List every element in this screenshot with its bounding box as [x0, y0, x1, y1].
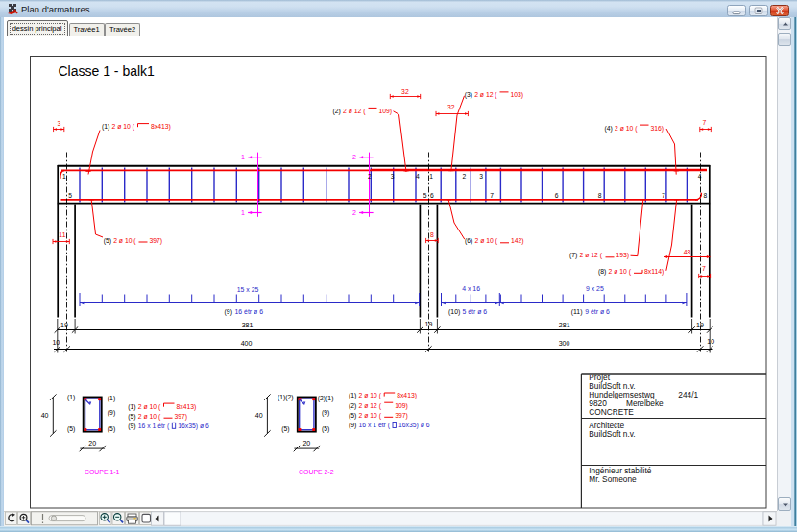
svg-text:(8): (8) — [598, 268, 606, 276]
svg-text:2 ø 10 (: 2 ø 10 ( — [113, 237, 136, 245]
svg-text:1: 1 — [241, 209, 245, 216]
svg-text:8x413): 8x413) — [177, 403, 197, 411]
svg-text:Mr. Someone: Mr. Someone — [589, 474, 637, 484]
svg-text:COUPE 2-2: COUPE 2-2 — [299, 469, 334, 475]
svg-text:16 x 1 étr (: 16 x 1 étr ( — [359, 422, 391, 429]
svg-text:381: 381 — [242, 322, 254, 328]
svg-text:7: 7 — [490, 192, 494, 199]
svg-text:Classe 1 - balk1: Classe 1 - balk1 — [59, 63, 156, 79]
svg-text:1: 1 — [62, 173, 66, 180]
svg-text:(4): (4) — [605, 125, 613, 133]
svg-text:8x413): 8x413) — [151, 123, 171, 131]
svg-text:11: 11 — [59, 231, 65, 238]
svg-text:281: 281 — [559, 322, 570, 328]
svg-text:32: 32 — [447, 104, 455, 110]
svg-text:4: 4 — [698, 173, 702, 180]
svg-text:2 ø 10 (: 2 ø 10 ( — [112, 123, 135, 131]
svg-text:7: 7 — [702, 265, 706, 272]
svg-text:(2)(1): (2)(1) — [318, 395, 334, 402]
svg-text:8: 8 — [430, 231, 434, 238]
svg-text:109): 109) — [395, 402, 408, 410]
svg-text:15 x 25: 15 x 25 — [237, 286, 259, 293]
svg-text:COUPE 1-1: COUPE 1-1 — [85, 469, 120, 475]
svg-text:16x35) ø 6: 16x35) ø 6 — [178, 423, 209, 430]
svg-text:397): 397) — [150, 237, 163, 245]
svg-text:20: 20 — [88, 440, 96, 447]
svg-text:40: 40 — [255, 412, 263, 419]
svg-text:2 ø 10 (: 2 ø 10 ( — [615, 125, 638, 133]
svg-text:2: 2 — [352, 154, 356, 160]
svg-text:(2): (2) — [349, 402, 356, 410]
svg-text:(10): (10) — [448, 308, 460, 316]
svg-text:5: 5 — [68, 192, 72, 199]
svg-text:(7): (7) — [569, 252, 577, 259]
svg-text:5 étr ø 6: 5 étr ø 6 — [463, 308, 488, 315]
svg-text:5: 5 — [423, 192, 427, 199]
svg-text:(9): (9) — [322, 409, 329, 417]
svg-text:(1): (1) — [349, 392, 356, 399]
svg-text:109): 109) — [379, 108, 393, 115]
svg-text:(9): (9) — [108, 409, 115, 417]
svg-text:142): 142) — [511, 237, 524, 245]
svg-text:(5): (5) — [67, 425, 75, 433]
svg-text:7: 7 — [662, 192, 665, 199]
svg-text:193): 193) — [616, 252, 630, 259]
svg-text:(5): (5) — [322, 425, 329, 433]
svg-text:3: 3 — [57, 120, 60, 127]
svg-text:2 ø 10 (: 2 ø 10 ( — [475, 237, 498, 245]
svg-text:32: 32 — [401, 88, 409, 95]
svg-text:9 étr ø 6: 9 étr ø 6 — [585, 308, 610, 315]
svg-text:2: 2 — [463, 173, 467, 180]
svg-text:10: 10 — [52, 339, 60, 346]
svg-text:300: 300 — [559, 340, 570, 347]
svg-text:6: 6 — [430, 192, 434, 199]
svg-text:(1): (1) — [102, 123, 109, 131]
svg-text:10: 10 — [707, 338, 714, 345]
svg-text:103): 103) — [511, 91, 524, 99]
svg-text:2: 2 — [368, 173, 372, 180]
svg-text:2: 2 — [352, 209, 356, 216]
svg-text:(5): (5) — [104, 237, 111, 245]
svg-text:400: 400 — [241, 340, 253, 347]
svg-text:2 ø 12 (: 2 ø 12 ( — [343, 108, 366, 115]
svg-text:316): 316) — [651, 125, 664, 133]
svg-text:3: 3 — [479, 173, 483, 180]
svg-text:(1): (1) — [128, 403, 135, 411]
svg-text:(2): (2) — [333, 108, 341, 115]
svg-text:4 x 16: 4 x 16 — [462, 285, 480, 292]
svg-text:8x413): 8x413) — [397, 392, 417, 399]
svg-text:2 ø 12 (: 2 ø 12 ( — [580, 252, 603, 259]
svg-text:397): 397) — [395, 412, 408, 420]
svg-text:(6): (6) — [465, 237, 472, 245]
svg-text:(1)(2): (1)(2) — [278, 394, 294, 401]
svg-text:(11): (11) — [571, 308, 583, 316]
svg-text:244/1: 244/1 — [678, 390, 698, 399]
svg-text:(9): (9) — [225, 308, 232, 316]
svg-text:1: 1 — [429, 173, 433, 180]
svg-text:8x114): 8x114) — [644, 268, 664, 276]
svg-text:2 ø 10 (: 2 ø 10 ( — [138, 403, 161, 411]
svg-text:2 ø 10 (: 2 ø 10 ( — [359, 392, 382, 399]
svg-text:2 ø 12 (: 2 ø 12 ( — [474, 91, 497, 99]
svg-text:2 ø 10 (: 2 ø 10 ( — [359, 412, 382, 420]
svg-text:40: 40 — [41, 412, 49, 419]
svg-text:(5): (5) — [128, 413, 135, 421]
svg-text:Merelbeke: Merelbeke — [626, 399, 664, 408]
svg-text:19: 19 — [696, 322, 704, 328]
svg-text:2 ø 12 (: 2 ø 12 ( — [359, 402, 382, 410]
svg-text:6: 6 — [555, 192, 559, 199]
svg-text:(1): (1) — [67, 394, 75, 401]
svg-text:2 ø 10 (: 2 ø 10 ( — [609, 268, 632, 276]
svg-text:(5): (5) — [108, 425, 115, 433]
svg-text:8: 8 — [598, 192, 602, 199]
svg-text:8: 8 — [703, 192, 707, 199]
svg-text:19: 19 — [425, 321, 433, 327]
svg-text:3: 3 — [391, 173, 395, 180]
svg-text:(9): (9) — [128, 423, 135, 430]
svg-text:16 x 1 étr (: 16 x 1 étr ( — [138, 423, 170, 430]
svg-text:9 x 25: 9 x 25 — [586, 285, 604, 292]
svg-text:(9): (9) — [349, 422, 356, 429]
svg-text:(5): (5) — [349, 412, 356, 420]
svg-text:1: 1 — [241, 154, 245, 160]
svg-text:4: 4 — [416, 173, 420, 180]
